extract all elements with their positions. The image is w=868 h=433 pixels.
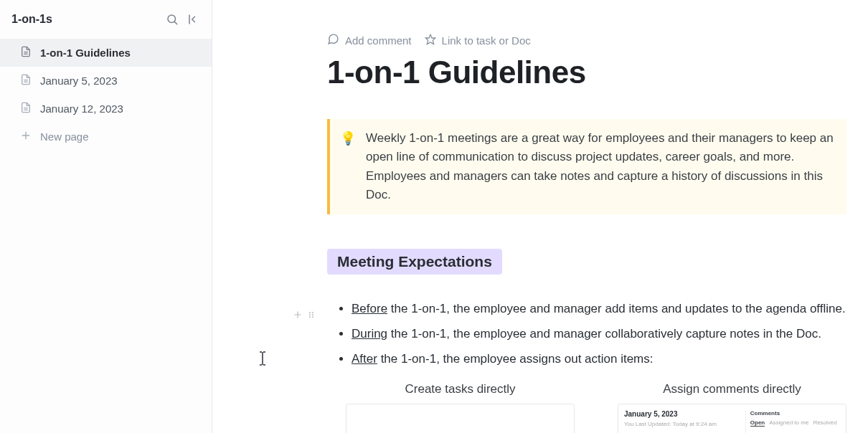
drag-handle-icon[interactable] xyxy=(307,310,316,323)
document-main: Add comment Link to task or Doc 1-on-1 G… xyxy=(212,0,868,433)
block-gutter xyxy=(293,310,316,323)
bullet-list[interactable]: Before the 1-on-1, the employee and mana… xyxy=(327,300,846,367)
add-comment-label: Add comment xyxy=(345,34,412,47)
sidebar-header-actions xyxy=(166,13,200,26)
sidebar-item-label: January 12, 2023 xyxy=(40,103,123,115)
thumb-date: January 5, 2023 xyxy=(624,410,741,418)
sidebar-item-jan12[interactable]: January 12, 2023 xyxy=(0,95,212,123)
callout-text: Weekly 1-on-1 meetings are a great way f… xyxy=(366,129,834,204)
add-comment-button[interactable]: Add comment xyxy=(327,33,412,47)
sidebar-page-list: 1-on-1 Guidelines January 5, 2023 Januar… xyxy=(0,39,212,151)
svg-point-18 xyxy=(309,316,311,318)
svg-point-19 xyxy=(312,316,313,318)
text-cursor-icon xyxy=(258,351,259,364)
sidebar: 1-on-1s 1-on-1 Guidelines January 5, 202… xyxy=(0,0,212,433)
svg-point-16 xyxy=(309,314,311,315)
column-left[interactable]: Create tasks directly Action Items Perso… xyxy=(346,382,575,433)
svg-point-0 xyxy=(168,15,176,23)
column-title: Assign comments directly xyxy=(618,382,846,396)
thumb-meta: You Last Updated: Today at 9:24 am xyxy=(624,421,741,427)
thumb-comments-panel: Comments Open Assigned to me Resolved No… xyxy=(745,410,840,433)
svg-point-15 xyxy=(312,312,313,313)
comment-icon xyxy=(327,33,339,47)
new-page-button[interactable]: New page xyxy=(0,123,212,151)
sidebar-item-label: January 5, 2023 xyxy=(40,75,118,87)
bullet-lead: Before xyxy=(352,302,387,315)
two-column-block: Create tasks directly Action Items Perso… xyxy=(346,382,846,433)
column-title: Create tasks directly xyxy=(346,382,575,396)
new-page-label: New page xyxy=(40,130,89,143)
document-icon xyxy=(20,74,32,87)
embedded-image[interactable]: Action Items Personal List complete self… xyxy=(346,404,575,433)
sidebar-item-guidelines[interactable]: 1-on-1 Guidelines xyxy=(0,39,212,67)
thumb-tabs: Open Assigned to me Resolved xyxy=(750,419,840,427)
bullet-lead: After xyxy=(352,352,377,366)
svg-point-17 xyxy=(312,314,313,315)
list-item[interactable]: Before the 1-on-1, the employee and mana… xyxy=(352,300,846,318)
doc-action-bar: Add comment Link to task or Doc xyxy=(327,33,846,47)
document-icon xyxy=(20,46,32,60)
svg-marker-11 xyxy=(425,34,435,44)
svg-line-1 xyxy=(174,22,176,24)
collapse-sidebar-icon[interactable] xyxy=(187,13,200,26)
list-item[interactable]: During the 1-on-1, the employee and mana… xyxy=(352,325,846,343)
bullet-rest: the 1-on-1, the employee and manager col… xyxy=(387,327,821,341)
link-task-button[interactable]: Link to task or Doc xyxy=(425,34,531,47)
svg-point-14 xyxy=(309,312,311,313)
search-icon[interactable] xyxy=(166,13,179,26)
sidebar-title: 1-on-1s xyxy=(11,13,52,26)
thumb-comments-title: Comments xyxy=(750,410,840,417)
page-title[interactable]: 1-on-1 Guidelines xyxy=(327,54,846,90)
sidebar-item-jan5[interactable]: January 5, 2023 xyxy=(0,67,212,95)
link-icon xyxy=(425,34,436,47)
section-heading[interactable]: Meeting Expectations xyxy=(327,249,502,275)
list-item[interactable]: After the 1-on-1, the employee assigns o… xyxy=(352,351,846,368)
bullet-rest: the 1-on-1, the employee assigns out act… xyxy=(377,352,654,366)
column-right[interactable]: Assign comments directly January 5, 2023… xyxy=(618,382,846,433)
sidebar-header: 1-on-1s xyxy=(0,0,212,39)
lightbulb-icon: 💡 xyxy=(340,129,356,204)
add-block-icon[interactable] xyxy=(293,310,303,323)
bullet-lead: During xyxy=(352,327,387,341)
embedded-image[interactable]: January 5, 2023 You Last Updated: Today … xyxy=(618,404,846,433)
sidebar-item-label: 1-on-1 Guidelines xyxy=(40,47,131,59)
bullet-rest: the 1-on-1, the employee and manager add… xyxy=(387,302,846,315)
callout-block[interactable]: 💡 Weekly 1-on-1 meetings are a great way… xyxy=(327,119,846,214)
link-task-label: Link to task or Doc xyxy=(442,34,531,47)
document-icon xyxy=(20,102,32,115)
thumb-doc-preview: January 5, 2023 You Last Updated: Today … xyxy=(624,410,741,433)
plus-icon xyxy=(20,130,32,143)
